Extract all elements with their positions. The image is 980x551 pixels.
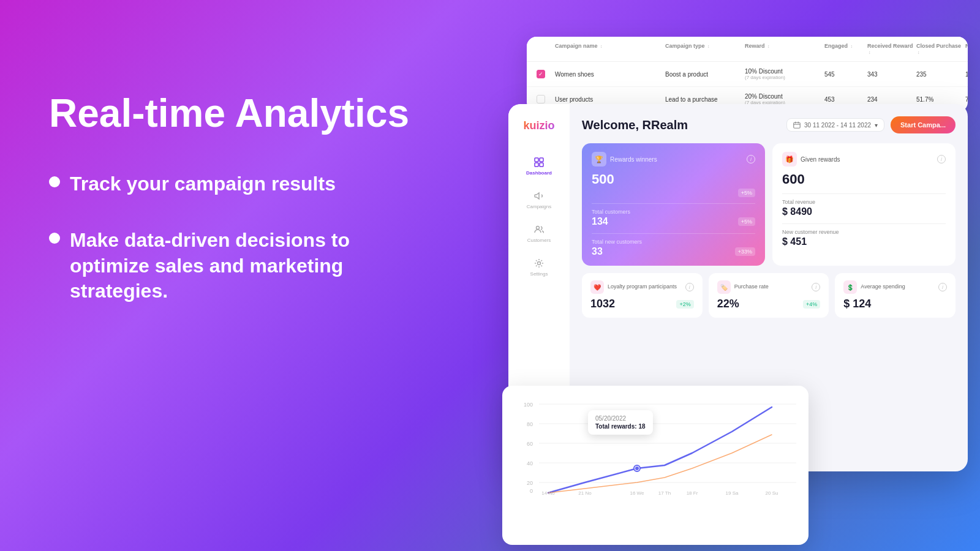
bullet-dot-1 bbox=[49, 176, 60, 187]
svg-rect-0 bbox=[535, 158, 538, 162]
col-checkbox bbox=[537, 43, 555, 55]
megaphone-icon bbox=[533, 190, 545, 201]
hero-title: Real-time Analytics bbox=[49, 92, 417, 135]
given-rewards-value: 600 bbox=[782, 171, 946, 187]
total-customers-value: 134 bbox=[592, 216, 608, 227]
svg-text:60: 60 bbox=[527, 441, 533, 447]
start-campaign-button[interactable]: Start Campa... bbox=[891, 116, 956, 133]
avg-spending-card: 💲 Average spending i $ 124 bbox=[835, 273, 956, 318]
dashboard-header: Welcome, RRealm 30 11 2022 - 14 11 2022 … bbox=[582, 116, 956, 133]
col-revenue: Revenue ↕ bbox=[965, 43, 968, 55]
svg-point-19 bbox=[635, 467, 639, 470]
bullet-list: Track your campaign results Make data-dr… bbox=[49, 171, 417, 304]
total-customers-change: +5% bbox=[738, 217, 755, 226]
svg-text:0: 0 bbox=[530, 488, 533, 494]
svg-text:19 Sa: 19 Sa bbox=[726, 490, 739, 496]
bullet-dot-2 bbox=[49, 233, 60, 244]
row-checkbox-1[interactable]: ✓ bbox=[537, 70, 545, 78]
total-new-value: 33 bbox=[592, 246, 603, 257]
svg-text:80: 80 bbox=[527, 421, 533, 427]
campaigns-table-card: Campaign name ↕ Campaign type ↕ Reward ↕… bbox=[527, 37, 968, 112]
svg-point-5 bbox=[538, 262, 541, 265]
svg-point-4 bbox=[537, 227, 540, 230]
purchase-rate-value: 22% bbox=[717, 298, 739, 310]
campaign-type-2: Lead to a purchase bbox=[665, 96, 745, 103]
col-campaign-name: Campaign name ↕ bbox=[555, 43, 665, 55]
trophy-icon: 🏆 bbox=[592, 152, 606, 167]
svg-text:17 Th: 17 Th bbox=[658, 490, 671, 496]
col-campaign-type: Campaign type ↕ bbox=[665, 43, 745, 55]
table-row: ✓ Women shoes Boost a product 10% Discou… bbox=[527, 62, 968, 87]
loyalty-info-icon: i bbox=[685, 283, 694, 291]
received-reward-2: 234 bbox=[867, 96, 916, 103]
sidebar-campaigns-label: Campaigns bbox=[527, 204, 551, 209]
sidebar-item-dashboard[interactable]: Dashboard bbox=[514, 152, 564, 181]
stats-grid: 🏆 Rewards winners i 500 +5% Total custom… bbox=[582, 143, 956, 266]
svg-text:16 We: 16 We bbox=[630, 490, 645, 496]
new-customer-revenue-label: New customer revenue bbox=[782, 229, 946, 235]
svg-rect-6 bbox=[794, 122, 801, 128]
closed-purchase-2: 51.7% bbox=[916, 96, 965, 103]
bullet-item-1: Track your campaign results bbox=[49, 171, 417, 197]
rewards-winners-label: Rewards winners bbox=[610, 156, 657, 163]
total-revenue-value: $ 8490 bbox=[782, 206, 946, 217]
campaign-name-2: User products bbox=[555, 96, 665, 103]
campaign-type-1: Boost a product bbox=[665, 71, 745, 78]
gift-icon: 🎁 bbox=[782, 152, 797, 167]
svg-text:18 Fr: 18 Fr bbox=[687, 490, 698, 496]
sidebar-customers-label: Customers bbox=[527, 238, 551, 243]
engaged-1: 545 bbox=[824, 71, 867, 78]
avg-spending-label: Average spending bbox=[861, 283, 905, 291]
chart-tooltip: 05/20/2022 Total rewards: 18 bbox=[588, 410, 653, 435]
reward-1: 10% Discount (7 days expiration) bbox=[745, 68, 824, 80]
loyalty-value: 1032 bbox=[590, 298, 615, 310]
rewards-winners-card: 🏆 Rewards winners i 500 +5% Total custom… bbox=[582, 143, 765, 266]
bullet-item-2: Make data-driven decisions to optimize s… bbox=[49, 228, 417, 304]
campaign-name-1: Women shoes bbox=[555, 71, 665, 78]
col-reward: Reward ↕ bbox=[745, 43, 824, 55]
purchase-rate-change: +4% bbox=[803, 300, 820, 309]
sidebar-item-campaigns[interactable]: Campaigns bbox=[514, 186, 564, 214]
welcome-text: Welcome, RRealm bbox=[582, 118, 688, 132]
date-range[interactable]: 30 11 2022 - 14 11 2022 ▾ bbox=[786, 118, 884, 132]
col-closed-purchase: Closed Purchase ↕ bbox=[916, 43, 965, 55]
svg-text:20 Su: 20 Su bbox=[766, 490, 778, 496]
settings-icon bbox=[533, 258, 545, 269]
svg-text:21 No: 21 No bbox=[578, 490, 592, 496]
svg-text:14 No: 14 No bbox=[541, 490, 555, 496]
total-revenue-label: Total revenue bbox=[782, 199, 946, 205]
new-customer-revenue-value: $ 451 bbox=[782, 236, 946, 247]
rewards-winners-change: +5% bbox=[738, 189, 755, 197]
logo: kuizio bbox=[524, 116, 554, 135]
svg-text:20: 20 bbox=[527, 480, 533, 486]
svg-rect-1 bbox=[540, 158, 543, 162]
engaged-2: 453 bbox=[824, 96, 867, 103]
tooltip-date: 05/20/2022 bbox=[595, 415, 646, 422]
sidebar-settings-label: Settings bbox=[530, 271, 548, 277]
avg-spending-info-icon: i bbox=[938, 283, 947, 291]
small-stats-row: ❤️ Loyalty program participants i 1032 +… bbox=[582, 273, 956, 318]
closed-purchase-1: 235 bbox=[916, 71, 965, 78]
col-engaged: Engaged ↕ bbox=[824, 43, 867, 55]
purchase-rate-card: 🏷️ Purchase rate i 22% +4% bbox=[709, 273, 829, 318]
heart-icon: ❤️ bbox=[590, 280, 604, 294]
line-chart: 100 80 60 40 20 0 14 No 21 No 16 We 17 T… bbox=[514, 398, 796, 496]
hero-section: Real-time Analytics Track your campaign … bbox=[49, 92, 417, 335]
given-rewards-label: Given rewards bbox=[801, 156, 840, 163]
users-icon bbox=[533, 224, 545, 235]
chart-card: 05/20/2022 Total rewards: 18 100 80 60 4… bbox=[502, 386, 809, 545]
sidebar-item-customers[interactable]: Customers bbox=[514, 219, 564, 248]
svg-text:40: 40 bbox=[527, 460, 533, 467]
revenue-1: 1 323 € bbox=[965, 71, 968, 78]
row-checkbox-2[interactable] bbox=[537, 95, 545, 103]
received-reward-1: 343 bbox=[867, 71, 916, 78]
given-rewards-card: 🎁 Given rewards i 600 Total revenue $ 84… bbox=[772, 143, 956, 266]
loyalty-program-card: ❤️ Loyalty program participants i 1032 +… bbox=[582, 273, 703, 318]
tag-icon: 🏷️ bbox=[717, 280, 731, 294]
sidebar-item-settings[interactable]: Settings bbox=[514, 253, 564, 282]
loyalty-change: +2% bbox=[676, 300, 693, 309]
col-received-reward: Received Reward ↕ bbox=[867, 43, 916, 55]
calendar-icon bbox=[793, 121, 801, 129]
rewards-info-icon: i bbox=[747, 155, 755, 163]
table-header-row: Campaign name ↕ Campaign type ↕ Reward ↕… bbox=[527, 37, 968, 62]
